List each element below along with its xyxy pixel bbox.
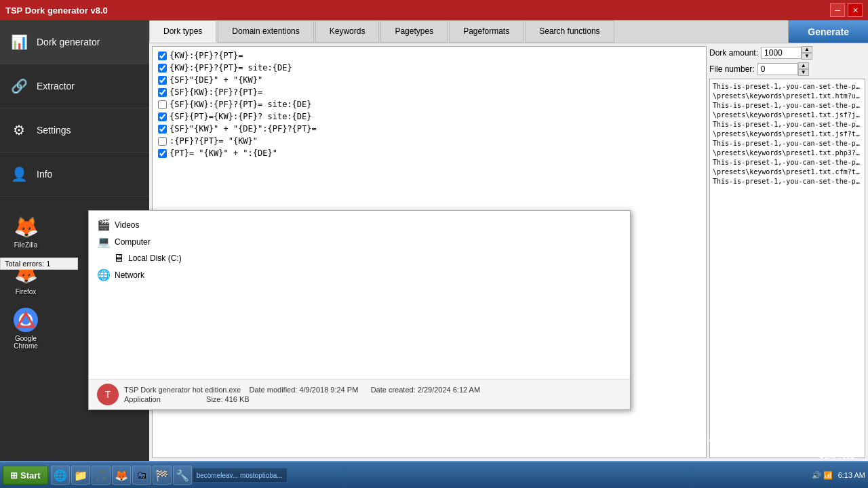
dork-label-2: {SF}"{DE}" + "{KW}" xyxy=(170,75,262,85)
dork-row-2: {SF}"{DE}" + "{KW}" xyxy=(155,74,703,86)
tab-pagetypes[interactable]: Pagetypes xyxy=(380,20,448,43)
sidebar-item-dork-generator[interactable]: 📊 Dork generator xyxy=(0,20,149,64)
explorer-tree: 🎬 Videos 💻 Computer 🖥 Local Disk (C:) 🌐 … xyxy=(89,211,630,379)
preset-line-9: \presets\keywords\preset1.txt.cfm?type_i… xyxy=(713,167,862,177)
chrome-label: Google Chrome xyxy=(8,335,43,350)
videos-label: Videos xyxy=(115,220,139,230)
tab-keywords[interactable]: Keywords xyxy=(315,20,380,43)
preset-line-8: This-is-preset-1,-you-can-set-the-preset… xyxy=(713,158,862,167)
sidebar-item-info[interactable]: 👤 Info xyxy=(0,152,149,197)
status-filename: TSP Dork generator hot edition.exe Date … xyxy=(124,386,480,394)
sidebar-item-extractor[interactable]: 🔗 Extractor xyxy=(0,64,149,108)
preset-line-7: \presets\keywords\preset1.txt.php3?type= xyxy=(713,148,862,158)
tab-search-functions[interactable]: Search functions xyxy=(525,20,614,43)
filezilla-icon: 🦊 xyxy=(12,213,39,240)
dork-label-4: {SF}{KW}:{PF}?{PT}= site:{DE} xyxy=(170,100,312,109)
dork-check-5[interactable] xyxy=(158,113,167,121)
local-disk-label: Local Disk (C:) xyxy=(128,253,182,263)
dork-check-4[interactable] xyxy=(158,100,167,109)
file-type-text: Application xyxy=(124,395,161,403)
dork-label-6: {SF}"{KW}" + "{DE}":{PF}?{PT}= xyxy=(170,124,317,134)
taskbar-gear-icon[interactable]: 🔧 xyxy=(173,466,192,485)
tree-item-network[interactable]: 🌐 Network xyxy=(94,266,625,283)
file-number-down[interactable]: ▼ xyxy=(798,69,809,76)
desktop-icon-filezilla[interactable]: 🦊 FileZilla xyxy=(5,210,46,251)
network-label: Network xyxy=(115,270,144,280)
preset-line-2: This-is-preset-1,-you-can-set-the-preset… xyxy=(713,101,862,110)
dork-check-2[interactable] xyxy=(158,76,167,85)
status-info: TSP Dork generator hot edition.exe Date … xyxy=(124,386,480,403)
taskbar-text-item[interactable]: becomeleav... mostoptioba... xyxy=(192,468,288,483)
preset-line-4: This-is-preset-1,-you-can-set-the-preset… xyxy=(713,120,862,129)
taskbar-explorer-icon[interactable]: 🗂 xyxy=(132,466,151,485)
date-created-text: Date created: 2/29/2024 6:12 AM xyxy=(371,386,480,394)
taskbar-apps: 🌐 📁 🎵 🦊 🗂 🏁 🔧 xyxy=(51,466,192,485)
tab-dork-types[interactable]: Dork types xyxy=(149,20,216,43)
taskbar-media-icon[interactable]: 🎵 xyxy=(92,466,111,485)
title-bar: TSP Dork generator v8.0 ─ ✕ xyxy=(0,0,868,20)
tree-item-local-disk[interactable]: 🖥 Local Disk (C:) xyxy=(111,250,625,266)
desktop-icons: 🦊 FileZilla 🦊 Firefox Google Chrome xyxy=(5,210,46,352)
dork-amount-spinner-buttons: ▲ ▼ xyxy=(802,46,812,60)
network-icon: 🌐 xyxy=(97,268,111,281)
taskbar-firefox-icon[interactable]: 🦊 xyxy=(112,466,131,485)
desktop-icon-chrome[interactable]: Google Chrome xyxy=(5,304,46,352)
taskbar-tray-icons: 🔊 📶 xyxy=(812,471,833,480)
dork-check-6[interactable] xyxy=(158,125,167,134)
dork-row-3: {SF}{KW}:{PF}?{PT}= xyxy=(155,86,703,98)
generate-tab-button[interactable]: Generate xyxy=(788,20,868,43)
close-button[interactable]: ✕ xyxy=(848,3,863,17)
dork-label-5: {SF}{PT}={KW}:{PF}? site:{DE} xyxy=(170,112,312,121)
tree-item-computer[interactable]: 💻 Computer xyxy=(94,233,625,250)
dork-row-4: {SF}{KW}:{PF}?{PT}= site:{DE} xyxy=(155,98,703,110)
preset-line-6: This-is-preset-1,-you-can-set-the-preset… xyxy=(713,139,862,148)
tab-domain-ext[interactable]: Domain extentions xyxy=(218,20,313,43)
filezilla-label: FileZilla xyxy=(14,241,37,249)
dork-amount-spinner: ▲ ▼ xyxy=(761,46,812,60)
right-panel: Dork amount: ▲ ▼ File number: ▲ xyxy=(709,46,865,458)
dork-check-0[interactable] xyxy=(158,52,167,60)
computer-icon: 💻 xyxy=(97,235,111,248)
dork-row-5: {SF}{PT}={KW}:{PF}? site:{DE} xyxy=(155,110,703,123)
preset-line-3: \presets\keywords\preset1.txt.jsf?jd= xyxy=(713,110,862,120)
taskbar-text-content: becomeleav... mostoptioba... xyxy=(197,472,283,479)
file-number-label: File number: xyxy=(709,64,755,74)
explorer-status-bar: T TSP Dork generator hot edition.exe Dat… xyxy=(89,379,630,409)
taskbar-folder-icon[interactable]: 📁 xyxy=(71,466,90,485)
tab-pageformats[interactable]: Pageformats xyxy=(449,20,524,43)
errors-bar: Total errors: 1 xyxy=(0,258,78,270)
dork-check-7[interactable] xyxy=(158,137,167,146)
title-bar-text: TSP Dork generator v8.0 xyxy=(5,5,108,16)
sidebar-label-settings: Settings xyxy=(37,125,71,136)
sidebar-item-settings[interactable]: ⚙ Settings xyxy=(0,108,149,152)
dork-amount-input[interactable] xyxy=(761,47,802,59)
dork-label-3: {SF}{KW}:{PF}?{PT}= xyxy=(170,87,262,97)
sidebar-label-extractor: Extractor xyxy=(37,81,75,92)
chart-icon: 📊 xyxy=(8,31,30,53)
dork-amount-down[interactable]: ▼ xyxy=(802,53,812,60)
preset-text-area[interactable]: This-is-preset-1,-you-can-set-the-preset… xyxy=(709,79,865,458)
dork-check-1[interactable] xyxy=(158,64,167,73)
dork-label-7: :{PF}?{PT}= "{KW}" xyxy=(170,136,258,146)
date-modified-text: Date modified: 4/9/2018 9:24 PM xyxy=(249,386,358,394)
dork-amount-up[interactable]: ▲ xyxy=(802,46,812,53)
dork-row-6: {SF}"{KW}" + "{DE}":{PF}?{PT}= xyxy=(155,123,703,135)
taskbar-clock: 6:13 AM xyxy=(838,471,865,479)
title-bar-controls: ─ ✕ xyxy=(830,3,863,17)
anyrun-text: ANY xyxy=(708,420,760,448)
minimize-button[interactable]: ─ xyxy=(830,3,845,17)
file-number-input[interactable] xyxy=(757,63,798,75)
dork-check-8[interactable] xyxy=(158,149,167,158)
firefox-label: Firefox xyxy=(16,288,37,296)
file-number-up[interactable]: ▲ xyxy=(798,62,809,69)
dork-label-1: {KW}:{PF}?{PT}= site:{DE} xyxy=(170,63,292,73)
dork-row-1: {KW}:{PF}?{PT}= site:{DE} xyxy=(155,62,703,74)
file-number-spinner-buttons: ▲ ▼ xyxy=(798,62,809,76)
dork-check-3[interactable] xyxy=(158,88,167,97)
start-button[interactable]: ⊞ Start xyxy=(3,466,48,485)
taskbar-flag-icon[interactable]: 🏁 xyxy=(153,466,172,485)
errors-label: Total errors: 1 xyxy=(5,260,50,268)
anyrun-mode-text: Test ModeWindows 7Build 7601 xyxy=(818,435,854,460)
taskbar-ie-icon[interactable]: 🌐 xyxy=(51,466,70,485)
tree-item-videos[interactable]: 🎬 Videos xyxy=(94,216,625,233)
